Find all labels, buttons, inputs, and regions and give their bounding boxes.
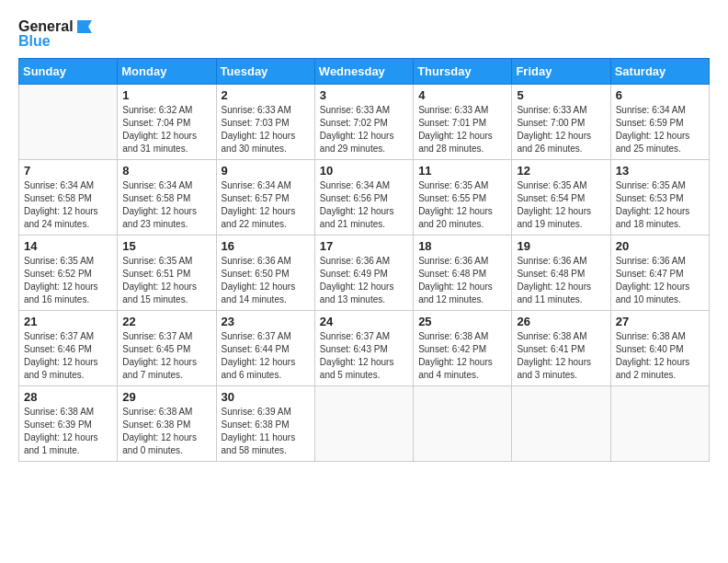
calendar-header-row: SundayMondayTuesdayWednesdayThursdayFrid…: [19, 59, 710, 85]
day-info: Sunrise: 6:33 AM Sunset: 7:02 PM Dayligh…: [320, 104, 408, 155]
day-number: 15: [122, 239, 210, 253]
day-info: Sunrise: 6:38 AM Sunset: 6:41 PM Dayligh…: [517, 330, 605, 382]
calendar-cell: 23Sunrise: 6:37 AM Sunset: 6:44 PM Dayli…: [216, 311, 314, 386]
day-number: 16: [222, 239, 310, 253]
day-number: 11: [418, 164, 506, 178]
day-info: Sunrise: 6:33 AM Sunset: 7:01 PM Dayligh…: [418, 104, 506, 155]
day-number: 9: [222, 164, 310, 178]
calendar-cell: 17Sunrise: 6:36 AM Sunset: 6:49 PM Dayli…: [314, 236, 413, 311]
calendar-cell: 30Sunrise: 6:39 AM Sunset: 6:38 PM Dayli…: [216, 386, 314, 462]
day-number: 24: [320, 315, 408, 328]
day-info: Sunrise: 6:38 AM Sunset: 6:38 PM Dayligh…: [122, 406, 210, 457]
day-info: Sunrise: 6:35 AM Sunset: 6:53 PM Dayligh…: [616, 179, 704, 231]
calendar-cell: 2Sunrise: 6:33 AM Sunset: 7:03 PM Daylig…: [216, 85, 314, 160]
calendar-cell: 14Sunrise: 6:35 AM Sunset: 6:52 PM Dayli…: [19, 236, 118, 311]
day-number: 17: [320, 239, 408, 253]
day-info: Sunrise: 6:34 AM Sunset: 6:57 PM Dayligh…: [222, 179, 310, 231]
calendar-cell: 24Sunrise: 6:37 AM Sunset: 6:43 PM Dayli…: [314, 311, 413, 386]
day-info: Sunrise: 6:33 AM Sunset: 7:00 PM Dayligh…: [517, 104, 605, 155]
day-info: Sunrise: 6:35 AM Sunset: 6:51 PM Dayligh…: [122, 255, 210, 306]
calendar-week-3: 14Sunrise: 6:35 AM Sunset: 6:52 PM Dayli…: [19, 236, 710, 311]
calendar-week-1: 1Sunrise: 6:32 AM Sunset: 7:04 PM Daylig…: [19, 85, 710, 160]
calendar-cell: [314, 386, 413, 462]
calendar-cell: 25Sunrise: 6:38 AM Sunset: 6:42 PM Dayli…: [414, 311, 512, 386]
logo: General Blue: [18, 18, 92, 49]
column-header-monday: Monday: [118, 59, 216, 85]
calendar-cell: 11Sunrise: 6:35 AM Sunset: 6:55 PM Dayli…: [414, 160, 512, 236]
day-number: 2: [222, 88, 310, 102]
day-info: Sunrise: 6:37 AM Sunset: 6:45 PM Dayligh…: [122, 330, 210, 382]
day-info: Sunrise: 6:34 AM Sunset: 6:56 PM Dayligh…: [320, 179, 408, 231]
svg-marker-0: [77, 20, 92, 33]
day-number: 28: [24, 390, 112, 404]
calendar-cell: [512, 386, 610, 462]
calendar-cell: 20Sunrise: 6:36 AM Sunset: 6:47 PM Dayli…: [610, 236, 709, 311]
calendar-cell: 3Sunrise: 6:33 AM Sunset: 7:02 PM Daylig…: [314, 85, 413, 160]
day-info: Sunrise: 6:38 AM Sunset: 6:39 PM Dayligh…: [24, 406, 112, 457]
calendar-week-5: 28Sunrise: 6:38 AM Sunset: 6:39 PM Dayli…: [19, 386, 710, 462]
calendar-cell: 19Sunrise: 6:36 AM Sunset: 6:48 PM Dayli…: [512, 236, 610, 311]
page-header: General Blue: [18, 18, 710, 49]
day-info: Sunrise: 6:36 AM Sunset: 6:50 PM Dayligh…: [222, 255, 310, 306]
day-number: 4: [418, 88, 506, 102]
column-header-wednesday: Wednesday: [314, 59, 413, 85]
day-info: Sunrise: 6:35 AM Sunset: 6:52 PM Dayligh…: [24, 255, 112, 306]
day-info: Sunrise: 6:36 AM Sunset: 6:48 PM Dayligh…: [517, 255, 605, 306]
day-info: Sunrise: 6:37 AM Sunset: 6:46 PM Dayligh…: [24, 330, 112, 382]
day-number: 5: [517, 88, 605, 102]
calendar-cell: 27Sunrise: 6:38 AM Sunset: 6:40 PM Dayli…: [610, 311, 709, 386]
day-number: 14: [24, 239, 112, 253]
calendar-cell: 13Sunrise: 6:35 AM Sunset: 6:53 PM Dayli…: [610, 160, 709, 236]
calendar-cell: 7Sunrise: 6:34 AM Sunset: 6:58 PM Daylig…: [19, 160, 118, 236]
calendar-cell: 22Sunrise: 6:37 AM Sunset: 6:45 PM Dayli…: [118, 311, 216, 386]
day-info: Sunrise: 6:37 AM Sunset: 6:44 PM Dayligh…: [222, 330, 310, 382]
day-info: Sunrise: 6:35 AM Sunset: 6:55 PM Dayligh…: [418, 179, 506, 231]
day-info: Sunrise: 6:35 AM Sunset: 6:54 PM Dayligh…: [517, 179, 605, 231]
calendar-cell: 29Sunrise: 6:38 AM Sunset: 6:38 PM Dayli…: [118, 386, 216, 462]
day-number: 13: [616, 164, 704, 178]
day-number: 18: [418, 239, 506, 253]
column-header-saturday: Saturday: [610, 59, 709, 85]
day-info: Sunrise: 6:36 AM Sunset: 6:48 PM Dayligh…: [418, 255, 506, 306]
day-number: 20: [616, 239, 704, 253]
calendar-cell: 26Sunrise: 6:38 AM Sunset: 6:41 PM Dayli…: [512, 311, 610, 386]
day-info: Sunrise: 6:36 AM Sunset: 6:47 PM Dayligh…: [616, 255, 704, 306]
calendar-cell: 1Sunrise: 6:32 AM Sunset: 7:04 PM Daylig…: [118, 85, 216, 160]
calendar-cell: 28Sunrise: 6:38 AM Sunset: 6:39 PM Dayli…: [19, 386, 118, 462]
day-info: Sunrise: 6:34 AM Sunset: 6:59 PM Dayligh…: [616, 104, 704, 155]
day-number: 25: [418, 315, 506, 328]
day-number: 22: [122, 315, 210, 328]
calendar-cell: 5Sunrise: 6:33 AM Sunset: 7:00 PM Daylig…: [512, 85, 610, 160]
calendar-cell: [610, 386, 709, 462]
calendar-cell: 16Sunrise: 6:36 AM Sunset: 6:50 PM Dayli…: [216, 236, 314, 311]
calendar-cell: 8Sunrise: 6:34 AM Sunset: 6:58 PM Daylig…: [118, 160, 216, 236]
column-header-friday: Friday: [512, 59, 610, 85]
calendar-table: SundayMondayTuesdayWednesdayThursdayFrid…: [18, 58, 710, 462]
calendar-cell: 10Sunrise: 6:34 AM Sunset: 6:56 PM Dayli…: [314, 160, 413, 236]
day-number: 21: [24, 315, 112, 328]
calendar-week-4: 21Sunrise: 6:37 AM Sunset: 6:46 PM Dayli…: [19, 311, 710, 386]
calendar-cell: [414, 386, 512, 462]
calendar-cell: 21Sunrise: 6:37 AM Sunset: 6:46 PM Dayli…: [19, 311, 118, 386]
day-info: Sunrise: 6:33 AM Sunset: 7:03 PM Dayligh…: [222, 104, 310, 155]
logo-text-blue: Blue: [18, 33, 92, 50]
day-number: 30: [222, 390, 310, 404]
day-number: 27: [616, 315, 704, 328]
column-header-thursday: Thursday: [414, 59, 512, 85]
day-number: 29: [122, 390, 210, 404]
day-number: 3: [320, 88, 408, 102]
day-number: 12: [517, 164, 605, 178]
day-number: 6: [616, 88, 704, 102]
calendar-cell: 18Sunrise: 6:36 AM Sunset: 6:48 PM Dayli…: [414, 236, 512, 311]
day-number: 10: [320, 164, 408, 178]
day-info: Sunrise: 6:36 AM Sunset: 6:49 PM Dayligh…: [320, 255, 408, 306]
day-number: 7: [24, 164, 112, 178]
calendar-cell: [19, 85, 118, 160]
calendar-cell: 12Sunrise: 6:35 AM Sunset: 6:54 PM Dayli…: [512, 160, 610, 236]
calendar-cell: 4Sunrise: 6:33 AM Sunset: 7:01 PM Daylig…: [414, 85, 512, 160]
calendar-cell: 6Sunrise: 6:34 AM Sunset: 6:59 PM Daylig…: [610, 85, 709, 160]
day-number: 1: [122, 88, 210, 102]
day-number: 8: [122, 164, 210, 178]
calendar-cell: 15Sunrise: 6:35 AM Sunset: 6:51 PM Dayli…: [118, 236, 216, 311]
day-info: Sunrise: 6:37 AM Sunset: 6:43 PM Dayligh…: [320, 330, 408, 382]
